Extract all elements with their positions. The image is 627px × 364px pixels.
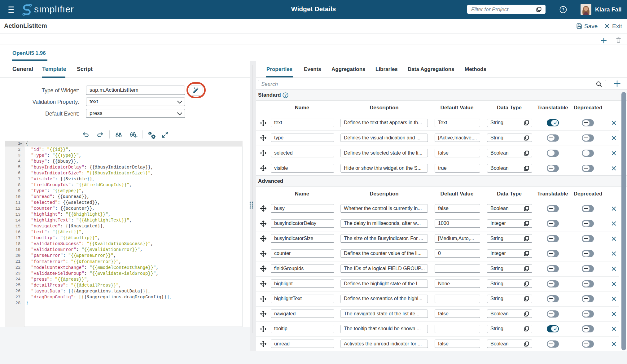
- svg-text:?: ?: [562, 7, 564, 12]
- svg-text:?: ?: [284, 93, 287, 98]
